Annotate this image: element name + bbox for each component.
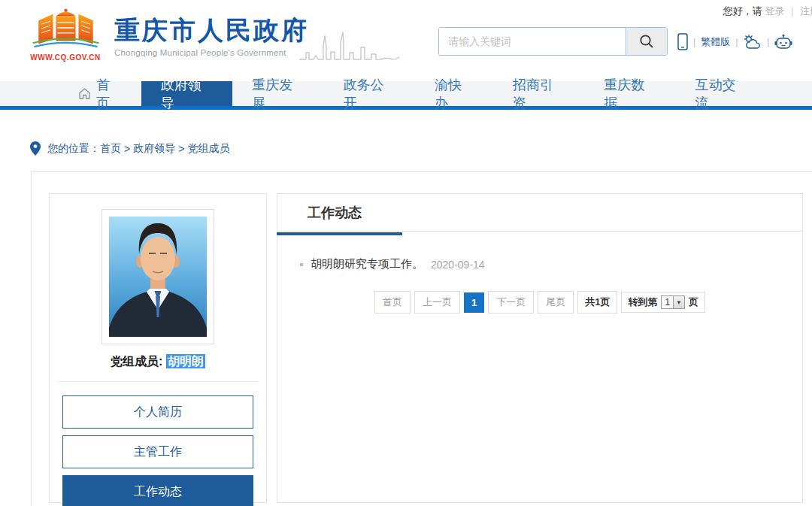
nav-item-label: 首页	[96, 76, 122, 112]
role-line: 党组成员: 胡明朗	[50, 354, 266, 370]
pagination-last-button[interactable]: 尾页	[538, 291, 574, 314]
nav-item-government-affairs[interactable]: 政务公开	[324, 81, 415, 106]
goto-suffix: 页	[689, 295, 698, 309]
main-nav: 首页 政府领导 重庆发展 政务公开 渝快办 招商引资 重庆数据 互动交流	[0, 81, 812, 110]
page: 您好，请 登录 | 注册	[0, 0, 812, 506]
nav-item-label: 政府领导	[161, 76, 213, 112]
tool-divider: |	[767, 37, 769, 47]
site-name-cn: 重庆市人民政府	[114, 17, 309, 44]
location-pin-icon	[30, 141, 41, 156]
role-label: 党组成员:	[111, 355, 162, 368]
breadcrumb-prefix: 您的位置：	[47, 142, 100, 156]
bullet-icon	[300, 263, 303, 266]
breadcrumb-party-members[interactable]: 党组成员	[187, 142, 229, 156]
breadcrumb: 您的位置： 首页 > 政府领导 > 党组成员	[30, 141, 229, 156]
breadcrumb-separator: >	[178, 143, 184, 155]
goto-prefix: 转到第	[628, 295, 657, 309]
topbar: 您好，请 登录 | 注册	[723, 5, 812, 18]
greeting-text: 您好，请	[723, 5, 762, 17]
pagination-goto: 转到第 1 ▼ 页	[621, 292, 705, 313]
pagination-total-pages: 共1页	[577, 291, 617, 314]
logo-url-text: WWW.CQ.GOV.CN	[29, 53, 102, 62]
tool-divider: |	[735, 37, 738, 47]
logo-building-icon: WWW.CQ.GOV.CN	[29, 6, 102, 62]
official-photo-frame	[102, 209, 214, 344]
header-tools: | 繁體版 | |	[677, 33, 792, 50]
section-title-accent	[277, 232, 402, 235]
search-input[interactable]	[439, 28, 626, 55]
breadcrumb-government-leaders[interactable]: 政府领导	[133, 142, 175, 156]
article-link[interactable]: 胡明朗研究专项工作。	[311, 257, 423, 271]
search-button[interactable]	[626, 28, 667, 55]
pagination-prev-button[interactable]: 上一页	[414, 291, 460, 314]
nav-item-home[interactable]: 首页	[59, 81, 141, 106]
site-logo[interactable]: WWW.CQ.GOV.CN 重庆市人民政府 Chongqing Municipa…	[29, 6, 309, 62]
tool-divider: |	[693, 37, 695, 47]
pagination-next-button[interactable]: 下一页	[488, 291, 534, 314]
breadcrumb-home[interactable]: 首页	[100, 142, 121, 156]
work-updates-panel: 工作动态 胡明朗研究专项工作。 2020-09-14 首页 上一页 1 下一页 …	[277, 193, 803, 503]
nav-item-label: 政务公开	[344, 76, 395, 112]
register-link[interactable]: 注册	[800, 5, 812, 17]
robot-assistant-icon[interactable]	[774, 34, 792, 50]
goto-page-value: 1	[662, 296, 673, 308]
chevron-down-icon[interactable]: ▼	[673, 296, 684, 308]
nav-item-chongqing-data[interactable]: 重庆数据	[584, 81, 675, 106]
login-link[interactable]: 登录	[765, 5, 784, 17]
nav-item-label: 招商引资	[513, 76, 565, 112]
site-name-en: Chongqing Municipal People's Government	[114, 48, 309, 57]
pagination: 首页 上一页 1 下一页 尾页 共1页 转到第 1 ▼ 页	[300, 291, 780, 314]
article-date: 2020-09-14	[431, 259, 485, 271]
official-portrait-photo	[109, 217, 207, 337]
official-name: 胡明朗	[166, 354, 205, 368]
topbar-divider: |	[791, 5, 793, 17]
list-item: 胡明朗研究专项工作。 2020-09-14	[300, 257, 780, 271]
home-icon	[78, 87, 91, 100]
nav-item-government-leaders[interactable]: 政府领导	[141, 81, 232, 106]
site-name: 重庆市人民政府 Chongqing Municipal People's Gov…	[114, 6, 309, 62]
search-box	[438, 27, 668, 56]
nav-item-yukuaiban[interactable]: 渝快办	[415, 81, 493, 106]
article-list: 胡明朗研究专项工作。 2020-09-14 首页 上一页 1 下一页 尾页 共1…	[277, 232, 802, 314]
sidebar-menu-resume[interactable]: 个人简历	[62, 395, 253, 429]
profile-side-menu: 个人简历 主管工作 工作动态	[50, 382, 266, 506]
nav-item-label: 重庆发展	[252, 76, 304, 112]
nav-item-label: 互动交流	[695, 76, 747, 112]
breadcrumb-separator: >	[124, 143, 130, 155]
sidebar-menu-responsibilities[interactable]: 主管工作	[62, 435, 253, 468]
nav-item-investment[interactable]: 招商引资	[493, 81, 584, 106]
mobile-version-icon[interactable]	[677, 33, 688, 50]
official-profile-card: 党组成员: 胡明朗 个人简历 主管工作 工作动态	[49, 193, 267, 503]
pagination-first-button[interactable]: 首页	[374, 291, 411, 314]
section-header: 工作动态	[277, 194, 802, 232]
weather-icon[interactable]	[743, 34, 762, 50]
nav-item-label: 重庆数据	[604, 76, 656, 112]
traditional-chinese-link[interactable]: 繁體版	[701, 35, 730, 49]
skyline-decoration-icon	[299, 24, 414, 68]
nav-item-label: 渝快办	[435, 76, 474, 112]
nav-item-interaction[interactable]: 互动交流	[676, 81, 767, 106]
section-title: 工作动态	[308, 205, 362, 220]
pagination-current-page[interactable]: 1	[464, 292, 484, 313]
goto-page-select[interactable]: 1 ▼	[661, 295, 685, 309]
nav-item-chongqing-development[interactable]: 重庆发展	[232, 81, 323, 106]
sidebar-menu-work-updates[interactable]: 工作动态	[62, 475, 253, 506]
search-icon	[638, 33, 655, 50]
